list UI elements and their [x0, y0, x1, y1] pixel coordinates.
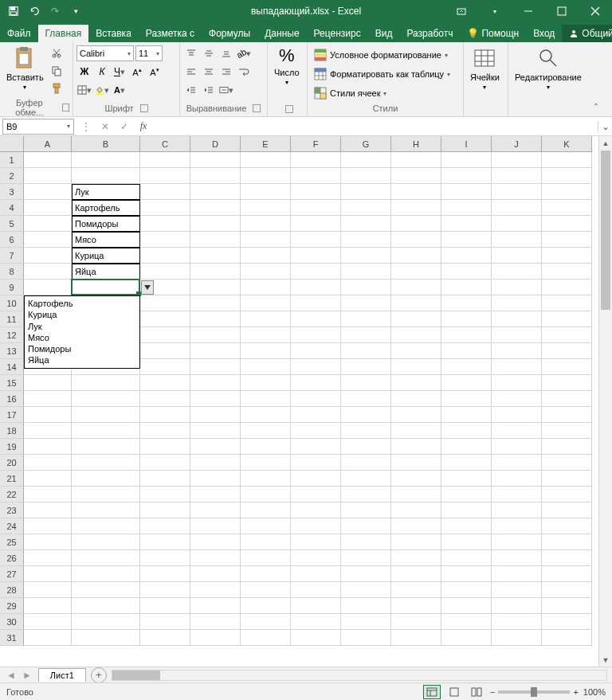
cell[interactable] — [441, 439, 492, 455]
cell[interactable] — [140, 343, 190, 359]
cell[interactable] — [341, 327, 391, 343]
cell[interactable] — [492, 582, 542, 598]
cell[interactable] — [542, 200, 592, 216]
cell[interactable] — [391, 327, 441, 343]
font-launcher-icon[interactable] — [140, 104, 148, 112]
align-center-icon[interactable] — [201, 64, 217, 80]
save-icon[interactable] — [5, 2, 22, 20]
increase-font-icon[interactable]: A▴ — [129, 64, 145, 80]
cell[interactable] — [24, 439, 72, 455]
cell[interactable] — [441, 471, 492, 487]
cell[interactable] — [291, 375, 341, 391]
cell[interactable] — [542, 598, 592, 614]
cell[interactable] — [391, 439, 441, 455]
row-header[interactable]: 25 — [0, 534, 24, 550]
cell[interactable] — [241, 295, 291, 311]
cell[interactable] — [341, 295, 391, 311]
cell[interactable] — [291, 280, 341, 295]
cell[interactable] — [341, 598, 391, 614]
cell[interactable] — [190, 582, 241, 598]
page-break-icon[interactable] — [468, 685, 485, 699]
number-launcher-icon[interactable] — [285, 105, 293, 113]
cell[interactable] — [24, 566, 72, 582]
col-header[interactable]: A — [24, 136, 72, 152]
cell[interactable] — [492, 630, 542, 646]
cell[interactable] — [140, 200, 190, 216]
dropdown-item[interactable]: Мясо — [28, 332, 136, 343]
cell[interactable] — [140, 614, 190, 630]
cell[interactable]: Лук — [72, 184, 140, 200]
cell[interactable] — [241, 455, 291, 471]
row-header[interactable]: 26 — [0, 550, 24, 566]
cell[interactable] — [391, 248, 441, 264]
cell[interactable] — [391, 184, 441, 200]
cell[interactable] — [72, 168, 140, 184]
cell[interactable] — [241, 311, 291, 327]
cell[interactable] — [241, 216, 291, 232]
cell[interactable] — [391, 614, 441, 630]
cell[interactable] — [190, 152, 241, 168]
cell[interactable] — [341, 439, 391, 455]
minimize-icon[interactable] — [512, 0, 545, 22]
cell[interactable] — [140, 391, 190, 407]
cell[interactable] — [190, 343, 241, 359]
ribbon-options-arrow-icon[interactable]: ▾ — [478, 0, 512, 22]
cell[interactable] — [492, 550, 542, 566]
cell[interactable] — [391, 375, 441, 391]
cell[interactable] — [140, 534, 190, 550]
cell[interactable] — [291, 534, 341, 550]
orientation-icon[interactable]: ab▾ — [236, 45, 252, 61]
cell[interactable] — [140, 407, 190, 423]
cell[interactable] — [341, 248, 391, 264]
align-middle-icon[interactable] — [201, 45, 217, 61]
cell[interactable] — [140, 550, 190, 566]
cell[interactable] — [190, 550, 241, 566]
cell[interactable] — [140, 311, 190, 327]
cell-styles-button[interactable]: Стили ячеек▾ — [311, 85, 453, 101]
cell[interactable] — [190, 295, 241, 311]
cell[interactable] — [391, 168, 441, 184]
cell[interactable] — [542, 503, 592, 518]
accept-formula-icon[interactable]: ✓ — [115, 119, 134, 135]
row-header[interactable]: 19 — [0, 439, 24, 455]
cell[interactable] — [140, 184, 190, 200]
cell[interactable]: Картофель — [72, 200, 140, 216]
row-header[interactable]: 6 — [0, 232, 24, 248]
cell[interactable] — [492, 614, 542, 630]
cell[interactable] — [291, 359, 341, 375]
cell[interactable] — [291, 439, 341, 455]
cell[interactable] — [190, 407, 241, 423]
cell[interactable] — [241, 550, 291, 566]
cell[interactable] — [190, 375, 241, 391]
tab-файл[interactable]: Файл — [0, 25, 38, 42]
cell[interactable] — [190, 391, 241, 407]
cell[interactable] — [441, 487, 492, 503]
row-header[interactable]: 20 — [0, 455, 24, 471]
cell[interactable] — [241, 471, 291, 487]
cell[interactable] — [190, 184, 241, 200]
cell[interactable] — [140, 216, 190, 232]
cell[interactable] — [441, 630, 492, 646]
cell[interactable] — [391, 216, 441, 232]
scroll-up-icon[interactable]: ▲ — [599, 136, 612, 150]
cell[interactable] — [492, 295, 542, 311]
cell[interactable] — [140, 295, 190, 311]
cell[interactable] — [241, 280, 291, 295]
cell[interactable] — [542, 471, 592, 487]
wrap-text-icon[interactable] — [236, 64, 252, 80]
clipboard-launcher-icon[interactable] — [62, 104, 69, 111]
cell[interactable] — [140, 598, 190, 614]
cell[interactable]: Курица — [72, 248, 140, 264]
cell[interactable] — [542, 264, 592, 280]
cell[interactable] — [72, 614, 140, 630]
row-header[interactable]: 11 — [0, 311, 24, 327]
cell[interactable] — [341, 614, 391, 630]
cell[interactable] — [391, 598, 441, 614]
cell[interactable] — [391, 359, 441, 375]
cell[interactable] — [492, 184, 542, 200]
cell[interactable] — [190, 280, 241, 295]
cell[interactable] — [341, 582, 391, 598]
cell[interactable] — [341, 471, 391, 487]
cell[interactable] — [341, 343, 391, 359]
cell[interactable] — [542, 391, 592, 407]
